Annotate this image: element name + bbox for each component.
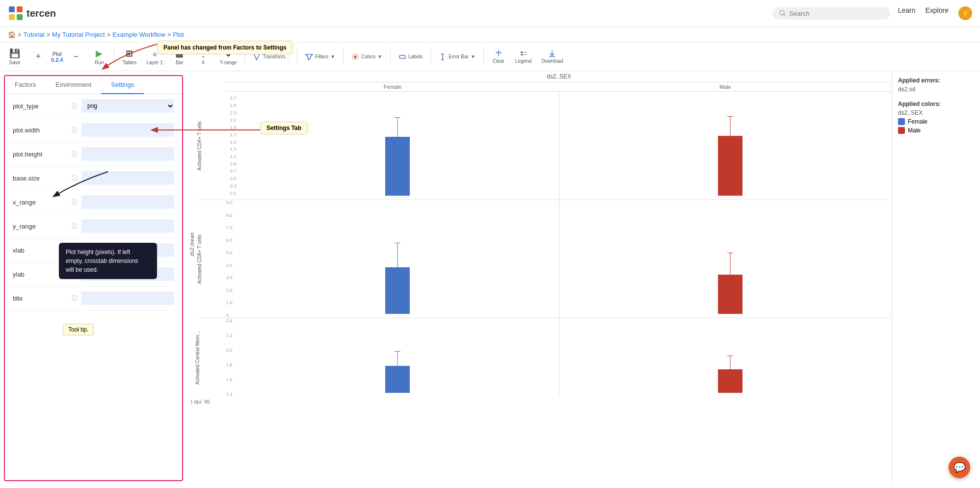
- svg-rect-8: [399, 55, 405, 58]
- minus-button[interactable]: −: [65, 50, 86, 64]
- bar-2-male: [718, 369, 742, 393]
- logo-icon: [8, 5, 24, 21]
- tables-button[interactable]: ⊞ Tables: [118, 46, 140, 67]
- breadcrumb-sep4: >: [167, 31, 171, 38]
- tables-icon: ⊞: [126, 48, 133, 59]
- cell-1-male: [559, 200, 892, 318]
- save-label: Save: [9, 60, 21, 65]
- transform-label: Transform...: [263, 54, 289, 59]
- error-line-0-male: [730, 116, 731, 136]
- explore-link[interactable]: Explore: [926, 6, 949, 20]
- title-row: title ⓘ: [5, 286, 182, 310]
- base-size-input[interactable]: [81, 171, 174, 185]
- settings-content: plot_type ⓘ png plot.width ⓘ plot.height…: [5, 94, 182, 480]
- y-range-label: y_range: [13, 223, 67, 230]
- colors-icon: [351, 53, 359, 61]
- download-label: Download: [541, 58, 563, 64]
- user-avatar[interactable]: ⚡: [958, 6, 972, 20]
- save-icon: 💾: [9, 48, 20, 59]
- error-bar-icon: [439, 53, 447, 61]
- download-icon: [548, 50, 556, 57]
- row-label-2-wrap: Activated Central Mem...: [197, 318, 226, 397]
- title-label: title: [13, 295, 67, 302]
- tab-settings[interactable]: Settings: [101, 76, 144, 94]
- plot-type-info[interactable]: ⓘ: [72, 102, 78, 110]
- four-button[interactable]: ⋮ 4: [192, 46, 214, 67]
- svg-point-4: [780, 11, 784, 15]
- applied-colors-section: Applied colors: ds2..SEX Female Male: [898, 101, 974, 134]
- sep6: [430, 48, 431, 66]
- clear-icon: [495, 50, 503, 57]
- minus-icon: −: [73, 51, 79, 62]
- download-button[interactable]: Download: [537, 48, 567, 66]
- labels-icon: [398, 53, 406, 61]
- svg-point-7: [354, 55, 357, 58]
- error-line-2-female: [397, 351, 397, 366]
- bar-button[interactable]: ▦ Bar: [169, 46, 190, 67]
- row-label-1-wrap: Activated CD8+ T cells: [197, 200, 226, 318]
- plot-width-info[interactable]: ⓘ: [72, 126, 78, 134]
- title-input[interactable]: [81, 291, 174, 305]
- layer1-label: Layer 1: [146, 60, 162, 65]
- breadcrumb-sep2: >: [46, 31, 50, 38]
- panel-tabs: Factors Environment Settings: [5, 76, 182, 94]
- app-name: tercen: [26, 8, 56, 19]
- plot-type-select[interactable]: png: [81, 102, 174, 110]
- bar-2-female: [385, 366, 410, 393]
- tab-factors[interactable]: Factors: [5, 76, 46, 94]
- plot-width-input[interactable]: [81, 123, 174, 137]
- chart-rows: Activated CD4+ T cells 2.72.52.32.11.91.…: [197, 92, 892, 397]
- error-bar-button[interactable]: Error Bar ▼: [435, 51, 479, 63]
- app-logo[interactable]: tercen: [8, 5, 56, 21]
- save-button[interactable]: 💾 Save: [4, 46, 26, 67]
- sep7: [483, 48, 484, 66]
- learn-link[interactable]: Learn: [898, 6, 916, 20]
- breadcrumb-workflow[interactable]: Example Workflow: [112, 31, 165, 38]
- male-col-label: Male: [559, 82, 892, 91]
- plot-height-input[interactable]: [81, 147, 174, 161]
- plot-height-info[interactable]: ⓘ: [72, 150, 78, 158]
- cell-0-male: [559, 92, 892, 200]
- colors-button[interactable]: Colors ▼: [347, 51, 386, 63]
- chart-row-1: Activated CD8+ T cells 9.08.07.06.05.04.…: [197, 200, 892, 318]
- y-range-input[interactable]: [81, 219, 174, 233]
- content-area: ds2..SEX Female Male ds2.mean: [187, 71, 980, 485]
- chat-bubble[interactable]: 💬: [949, 457, 970, 478]
- x-range-label: x_range: [13, 199, 67, 206]
- transform-icon: [253, 53, 261, 61]
- run-button[interactable]: ▶ Run: [88, 46, 110, 67]
- breadcrumb-project[interactable]: My Tutorial Project: [52, 31, 105, 38]
- x-range-input[interactable]: [81, 195, 174, 209]
- tooltip-box: Plot height (pixels). If left empty, cro…: [59, 243, 157, 279]
- error-cap-top-0-male: [727, 116, 733, 117]
- sep4: [343, 48, 344, 66]
- labels-button[interactable]: Labels: [395, 51, 426, 63]
- chart-scroll[interactable]: ds2..SEX Female Male ds2.mean: [187, 71, 892, 485]
- y-range-info[interactable]: ⓘ: [72, 222, 78, 231]
- search-input[interactable]: [789, 10, 883, 17]
- yrange-button[interactable]: ⇕ Y-range: [216, 46, 241, 67]
- breadcrumb-tutorial[interactable]: Tutorial: [24, 31, 45, 38]
- clear-button[interactable]: Clear: [488, 48, 509, 66]
- transform-button[interactable]: Transform...: [249, 51, 293, 63]
- tab-environment[interactable]: Environment: [46, 76, 101, 94]
- plot-version: 0.2.4: [51, 57, 63, 63]
- tables-label: Tables: [122, 60, 136, 65]
- applied-colors-var: ds2..SEX: [898, 109, 974, 116]
- legend-button[interactable]: Legend: [511, 48, 535, 66]
- filters-button[interactable]: Filters ▼: [301, 51, 339, 63]
- layer1-icon: ⬦: [152, 49, 158, 59]
- legend-label: Legend: [515, 58, 531, 64]
- breadcrumb-home[interactable]: 🏠: [8, 31, 16, 38]
- x-range-info[interactable]: ⓘ: [72, 198, 78, 206]
- plot-type-select-wrap: png: [81, 99, 174, 113]
- main-layout: Factors Environment Settings plot_type ⓘ…: [0, 71, 980, 485]
- sep1: [114, 48, 114, 66]
- title-info[interactable]: ⓘ: [72, 294, 78, 303]
- add-button[interactable]: +: [27, 50, 49, 64]
- female-swatch: [898, 118, 905, 125]
- bar-0-female: [385, 137, 410, 196]
- base-size-info[interactable]: ⓘ: [72, 174, 78, 182]
- layer1-button[interactable]: ⬦ Layer 1: [142, 47, 166, 67]
- cell-0-female: 2.72.52.32.11.91.71.51.31.10.90.70.50.30…: [226, 92, 559, 200]
